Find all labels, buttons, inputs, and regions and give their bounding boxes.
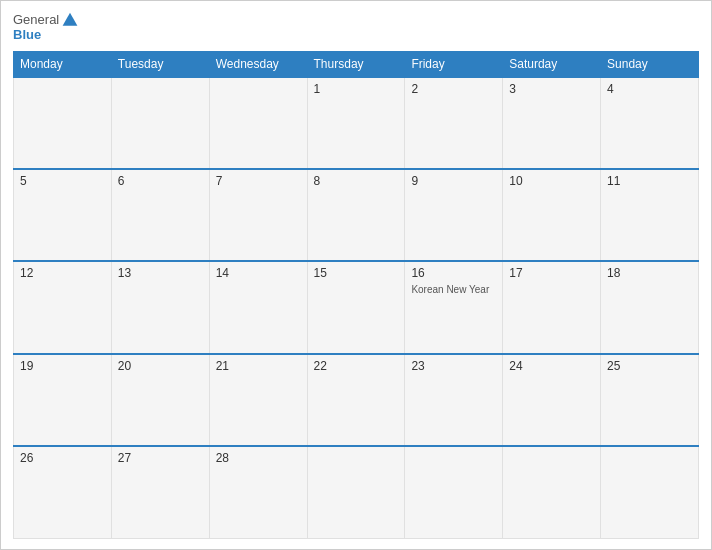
day-header-sunday: Sunday [601,51,699,77]
calendar-cell: 24 [503,354,601,446]
week-row-4: 262728 [14,446,699,538]
day-number: 19 [20,359,105,373]
calendar-wrapper: General Blue MondayTuesdayWednesdayThurs… [0,0,712,550]
day-number: 4 [607,82,692,96]
day-number: 8 [314,174,399,188]
calendar-cell: 8 [307,169,405,261]
calendar-cell [601,446,699,538]
svg-marker-0 [63,13,78,26]
day-header-tuesday: Tuesday [111,51,209,77]
calendar-cell: 11 [601,169,699,261]
day-number: 17 [509,266,594,280]
calendar-cell: 18 [601,261,699,353]
week-row-2: 1213141516Korean New Year1718 [14,261,699,353]
day-number: 3 [509,82,594,96]
calendar-cell: 17 [503,261,601,353]
calendar-cell [111,77,209,169]
week-row-3: 19202122232425 [14,354,699,446]
day-number: 23 [411,359,496,373]
day-number: 10 [509,174,594,188]
calendar-cell: 25 [601,354,699,446]
logo: General Blue [13,11,79,43]
day-number: 9 [411,174,496,188]
calendar-cell: 10 [503,169,601,261]
calendar-cell: 4 [601,77,699,169]
day-header-thursday: Thursday [307,51,405,77]
day-number: 18 [607,266,692,280]
week-row-0: 1234 [14,77,699,169]
calendar-cell: 19 [14,354,112,446]
calendar-cell [209,77,307,169]
calendar-cell: 12 [14,261,112,353]
day-number: 25 [607,359,692,373]
logo-icon [61,11,79,29]
calendar-cell: 23 [405,354,503,446]
calendar-cell: 20 [111,354,209,446]
day-number: 20 [118,359,203,373]
calendar-cell [503,446,601,538]
calendar-cell [14,77,112,169]
day-number: 27 [118,451,203,465]
calendar-cell: 28 [209,446,307,538]
logo-blue-text: Blue [13,27,41,43]
day-number: 15 [314,266,399,280]
calendar-cell [405,446,503,538]
calendar-cell: 3 [503,77,601,169]
calendar-cell: 13 [111,261,209,353]
calendar-cell: 26 [14,446,112,538]
calendar-cell: 1 [307,77,405,169]
day-number: 1 [314,82,399,96]
calendar-cell: 21 [209,354,307,446]
day-number: 5 [20,174,105,188]
day-number: 12 [20,266,105,280]
day-number: 21 [216,359,301,373]
calendar-table: MondayTuesdayWednesdayThursdayFridaySatu… [13,51,699,539]
day-number: 2 [411,82,496,96]
day-header-friday: Friday [405,51,503,77]
day-number: 7 [216,174,301,188]
day-header-monday: Monday [14,51,112,77]
calendar-cell: 2 [405,77,503,169]
days-header-row: MondayTuesdayWednesdayThursdayFridaySatu… [14,51,699,77]
day-number: 6 [118,174,203,188]
day-number: 16 [411,266,496,280]
day-number: 26 [20,451,105,465]
day-number: 28 [216,451,301,465]
event-label: Korean New Year [411,284,489,295]
day-header-saturday: Saturday [503,51,601,77]
week-row-1: 567891011 [14,169,699,261]
calendar-cell: 9 [405,169,503,261]
day-number: 11 [607,174,692,188]
calendar-cell: 5 [14,169,112,261]
calendar-cell: 14 [209,261,307,353]
day-header-wednesday: Wednesday [209,51,307,77]
calendar-cell: 6 [111,169,209,261]
day-number: 14 [216,266,301,280]
calendar-cell: 22 [307,354,405,446]
day-number: 24 [509,359,594,373]
logo-general-text: General [13,12,59,28]
calendar-cell: 27 [111,446,209,538]
calendar-cell: 7 [209,169,307,261]
calendar-cell: 15 [307,261,405,353]
day-number: 13 [118,266,203,280]
calendar-cell: 16Korean New Year [405,261,503,353]
calendar-header: General Blue [13,11,699,43]
calendar-cell [307,446,405,538]
day-number: 22 [314,359,399,373]
